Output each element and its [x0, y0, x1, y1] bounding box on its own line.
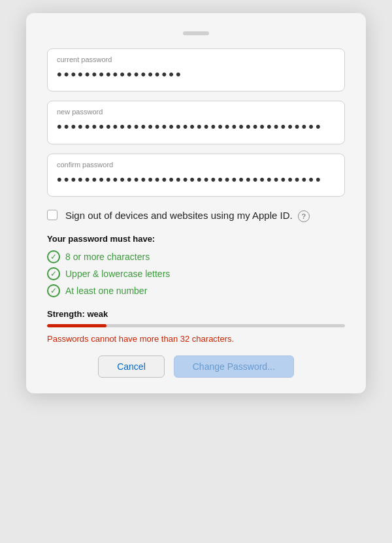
requirement-text-2: Upper & lowercase letters [65, 269, 170, 279]
strength-section: Strength: weak [47, 309, 345, 327]
new-password-field[interactable]: new password •••••••••••••••••••••••••••… [47, 101, 345, 144]
new-password-label: new password [57, 108, 335, 116]
confirm-password-label: confirm password [57, 161, 335, 169]
current-password-field[interactable]: current password •••••••••••••••••• [47, 48, 345, 91]
requirements-title: Your password must have: [47, 234, 345, 244]
sign-out-checkbox[interactable] [47, 210, 57, 220]
cancel-button[interactable]: Cancel [98, 355, 165, 378]
error-message: Passwords cannot have more than 32 chara… [47, 334, 345, 344]
check-icon-2: ✓ [47, 267, 60, 280]
check-icon-1: ✓ [47, 250, 60, 263]
requirement-item-3: ✓ At least one number [47, 284, 345, 297]
requirement-text-1: 8 or more characters [65, 252, 150, 262]
strength-bar-background [47, 324, 345, 327]
strength-bar-fill [47, 324, 106, 327]
requirement-item-2: ✓ Upper & lowercase letters [47, 267, 345, 280]
current-password-label: current password [57, 56, 335, 63]
confirm-password-value: •••••••••••••••••••••••••••••••••••••• [57, 171, 335, 188]
current-password-value: •••••••••••••••••• [57, 66, 335, 83]
sign-out-checkbox-row: Sign out of devices and websites using m… [47, 208, 345, 222]
requirement-item-1: ✓ 8 or more characters [47, 250, 345, 263]
check-icon-3: ✓ [47, 284, 60, 297]
button-row: Cancel Change Password... [47, 355, 345, 378]
change-password-button[interactable]: Change Password... [174, 355, 294, 378]
sign-out-label: Sign out of devices and websites using m… [65, 208, 310, 222]
requirement-text-3: At least one number [65, 286, 147, 296]
change-password-dialog: current password •••••••••••••••••• new … [26, 13, 366, 393]
requirements-section: Your password must have: ✓ 8 or more cha… [47, 234, 345, 297]
confirm-password-field[interactable]: confirm password •••••••••••••••••••••••… [47, 154, 345, 197]
help-icon[interactable]: ? [298, 210, 310, 222]
strength-label: Strength: weak [47, 309, 345, 319]
dialog-notch [183, 31, 209, 35]
new-password-value: •••••••••••••••••••••••••••••••••••••• [57, 118, 335, 135]
